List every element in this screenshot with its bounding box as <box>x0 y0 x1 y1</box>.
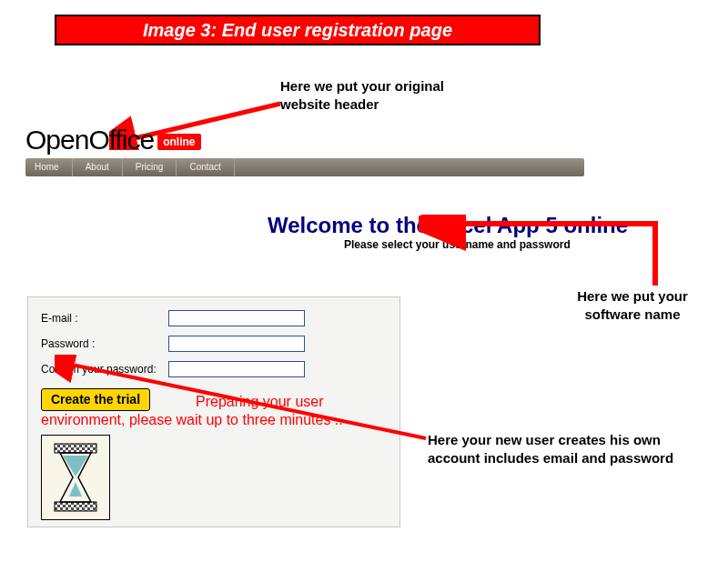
nav-about[interactable]: About <box>73 158 123 176</box>
nav-home[interactable]: Home <box>25 158 73 176</box>
nav-pricing[interactable]: Pricing <box>123 158 177 176</box>
nav-contact[interactable]: Contact <box>177 158 234 176</box>
svg-rect-4 <box>55 444 96 453</box>
email-field[interactable] <box>168 310 305 326</box>
logo-badge: online <box>157 134 200 150</box>
password-label: Password : <box>41 337 168 350</box>
site-logo: OpenOffice online <box>25 125 201 156</box>
email-label: E-mail : <box>41 312 168 325</box>
confirm-password-label: Confirm your password: <box>41 363 168 376</box>
create-trial-button[interactable]: Create the trial <box>41 388 150 411</box>
callout-header: Here we put your original website header <box>280 77 444 113</box>
callout-software-name: Here we put your software name <box>564 287 701 323</box>
callout-user-creates-account: Here your new user creates his own accou… <box>428 431 673 467</box>
title-banner-text: Image 3: End user registration page <box>143 20 452 41</box>
hourglass-icon <box>41 435 110 520</box>
registration-form: E-mail : Password : Confirm your passwor… <box>27 296 400 527</box>
top-nav: Home About Pricing Contact <box>25 158 584 176</box>
title-banner: Image 3: End user registration page <box>55 15 541 45</box>
page-headline: Welcome to the Excel App 5 online <box>268 213 628 238</box>
svg-rect-5 <box>55 502 96 511</box>
page-subheadline: Please select your username and password <box>344 238 571 251</box>
confirm-password-field[interactable] <box>168 361 305 377</box>
password-field[interactable] <box>168 336 305 352</box>
logo-text: OpenOffice <box>25 125 154 155</box>
